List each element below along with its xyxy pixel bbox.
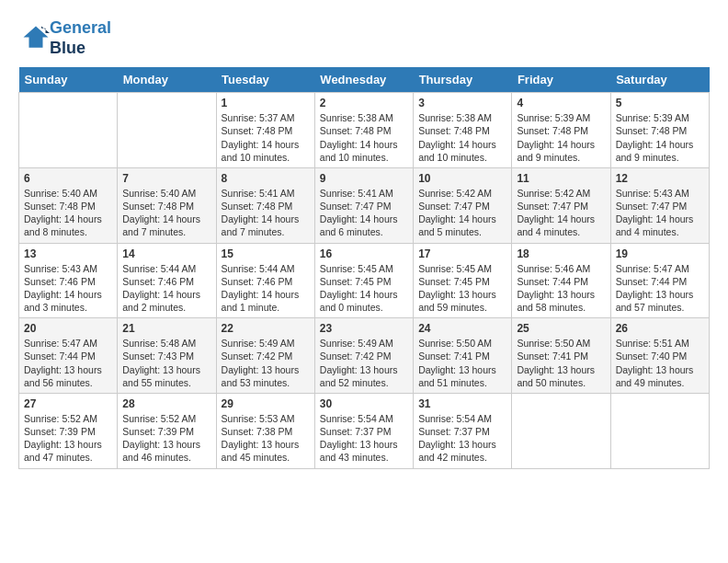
header-row: SundayMondayTuesdayWednesdayThursdayFrid… xyxy=(19,67,710,93)
day-info-line: Sunset: 7:37 PM xyxy=(320,425,408,438)
calendar-cell: 20Sunrise: 5:47 AMSunset: 7:44 PMDayligh… xyxy=(19,318,118,394)
day-info-line: and 47 minutes. xyxy=(24,451,112,464)
day-info-line: and 8 minutes. xyxy=(24,225,112,238)
day-number: 19 xyxy=(616,247,704,260)
weekday-header-saturday: Saturday xyxy=(610,67,709,93)
day-info-line: Sunset: 7:40 PM xyxy=(616,350,704,362)
day-info-line: Sunrise: 5:40 AM xyxy=(24,187,112,200)
day-info-line: Sunset: 7:48 PM xyxy=(122,200,210,213)
calendar-cell: 10Sunrise: 5:42 AMSunset: 7:47 PMDayligh… xyxy=(414,167,512,243)
day-info-line: Sunrise: 5:54 AM xyxy=(320,412,408,425)
day-number: 18 xyxy=(517,247,605,260)
day-info-line: Sunset: 7:48 PM xyxy=(222,200,310,213)
day-info-line: Daylight: 13 hours xyxy=(122,438,210,451)
day-info-line: Sunrise: 5:51 AM xyxy=(616,337,704,350)
day-info-line: Sunrise: 5:39 AM xyxy=(616,111,704,124)
svg-marker-0 xyxy=(24,26,49,47)
day-info-line: Sunrise: 5:52 AM xyxy=(24,412,112,425)
day-info-line: Sunrise: 5:41 AM xyxy=(320,187,408,200)
day-number: 27 xyxy=(24,397,112,410)
day-info-line: Daylight: 13 hours xyxy=(517,288,605,301)
day-info-line: Sunset: 7:41 PM xyxy=(517,350,605,362)
day-info-line: Sunset: 7:39 PM xyxy=(24,425,112,438)
day-info-line: and 49 minutes. xyxy=(616,376,704,389)
day-info-line: Sunset: 7:47 PM xyxy=(320,200,408,213)
day-info-line: Daylight: 14 hours xyxy=(616,138,704,151)
day-info-line: Sunrise: 5:49 AM xyxy=(320,337,408,350)
day-info-line: Sunset: 7:37 PM xyxy=(418,425,506,438)
day-info-line: Sunrise: 5:43 AM xyxy=(616,187,704,200)
day-info-line: and 7 minutes. xyxy=(122,225,210,238)
day-number: 3 xyxy=(418,97,506,109)
day-info-line: Daylight: 13 hours xyxy=(320,438,408,451)
calendar-cell: 6Sunrise: 5:40 AMSunset: 7:48 PMDaylight… xyxy=(19,167,118,243)
calendar-cell: 26Sunrise: 5:51 AMSunset: 7:40 PMDayligh… xyxy=(610,318,709,394)
calendar-table: SundayMondayTuesdayWednesdayThursdayFrid… xyxy=(18,67,710,468)
day-info-line: Daylight: 13 hours xyxy=(418,288,506,301)
day-info-line: Daylight: 13 hours xyxy=(222,438,310,451)
day-number: 31 xyxy=(418,397,506,410)
day-info-line: Daylight: 14 hours xyxy=(122,288,210,301)
day-number: 11 xyxy=(517,172,605,185)
day-info-line: and 55 minutes. xyxy=(122,376,210,389)
day-info-line: and 58 minutes. xyxy=(517,301,605,314)
calendar-cell: 12Sunrise: 5:43 AMSunset: 7:47 PMDayligh… xyxy=(610,167,709,243)
calendar-cell xyxy=(19,93,118,168)
day-info-line: Sunrise: 5:44 AM xyxy=(222,262,310,275)
day-info-line: Daylight: 13 hours xyxy=(222,363,310,376)
day-info-line: Sunset: 7:44 PM xyxy=(517,275,605,288)
day-info-line: and 53 minutes. xyxy=(222,376,310,389)
day-info-line: and 9 minutes. xyxy=(517,151,605,164)
day-number: 17 xyxy=(418,247,506,260)
day-info-line: Daylight: 13 hours xyxy=(24,438,112,451)
day-info-line: Sunset: 7:48 PM xyxy=(517,124,605,137)
day-info-line: and 10 minutes. xyxy=(222,151,310,164)
day-number: 26 xyxy=(616,322,704,335)
day-number: 8 xyxy=(222,172,310,185)
day-info-line: Sunset: 7:42 PM xyxy=(320,350,408,362)
day-info-line: Daylight: 14 hours xyxy=(24,288,112,301)
calendar-cell: 7Sunrise: 5:40 AMSunset: 7:48 PMDaylight… xyxy=(118,167,216,243)
day-info-line: Sunrise: 5:50 AM xyxy=(517,337,605,350)
day-info-line: Sunrise: 5:38 AM xyxy=(320,111,408,124)
calendar-cell: 9Sunrise: 5:41 AMSunset: 7:47 PMDaylight… xyxy=(314,167,413,243)
day-number: 30 xyxy=(320,397,408,410)
day-info-line: Daylight: 14 hours xyxy=(320,213,408,225)
day-info-line: and 42 minutes. xyxy=(418,451,506,464)
calendar-cell: 17Sunrise: 5:45 AMSunset: 7:45 PMDayligh… xyxy=(414,243,512,318)
day-info-line: Sunset: 7:46 PM xyxy=(24,275,112,288)
calendar-week-2: 6Sunrise: 5:40 AMSunset: 7:48 PMDaylight… xyxy=(19,167,710,243)
day-info-line: and 10 minutes. xyxy=(320,151,408,164)
day-info-line: Daylight: 14 hours xyxy=(517,213,605,225)
day-info-line: Daylight: 14 hours xyxy=(222,288,310,301)
day-number: 2 xyxy=(320,97,408,109)
day-info-line: and 50 minutes. xyxy=(517,376,605,389)
calendar-cell: 8Sunrise: 5:41 AMSunset: 7:48 PMDaylight… xyxy=(216,167,314,243)
day-info-line: Sunset: 7:48 PM xyxy=(418,124,506,137)
day-info-line: Sunset: 7:42 PM xyxy=(222,350,310,362)
day-info-line: Sunset: 7:41 PM xyxy=(418,350,506,362)
weekday-header-wednesday: Wednesday xyxy=(314,67,413,93)
day-info-line: Daylight: 13 hours xyxy=(616,288,704,301)
calendar-cell: 11Sunrise: 5:42 AMSunset: 7:47 PMDayligh… xyxy=(512,167,610,243)
day-info-line: Sunset: 7:47 PM xyxy=(517,200,605,213)
calendar-cell xyxy=(610,393,709,468)
day-info-line: Daylight: 14 hours xyxy=(418,138,506,151)
day-info-line: Daylight: 14 hours xyxy=(222,138,310,151)
day-number: 6 xyxy=(24,172,112,185)
calendar-week-1: 1Sunrise: 5:37 AMSunset: 7:48 PMDaylight… xyxy=(19,93,710,168)
day-info-line: Sunset: 7:45 PM xyxy=(320,275,408,288)
day-info-line: Sunset: 7:47 PM xyxy=(418,200,506,213)
day-info-line: Daylight: 14 hours xyxy=(320,288,408,301)
day-info-line: Sunset: 7:45 PM xyxy=(418,275,506,288)
day-info-line: and 7 minutes. xyxy=(222,225,310,238)
day-info-line: Daylight: 13 hours xyxy=(418,438,506,451)
day-info-line: Daylight: 13 hours xyxy=(320,363,408,376)
day-info-line: and 46 minutes. xyxy=(122,451,210,464)
day-info-line: Sunrise: 5:42 AM xyxy=(517,187,605,200)
day-info-line: and 9 minutes. xyxy=(616,151,704,164)
weekday-header-thursday: Thursday xyxy=(414,67,512,93)
day-info-line: and 45 minutes. xyxy=(222,451,310,464)
calendar-week-3: 13Sunrise: 5:43 AMSunset: 7:46 PMDayligh… xyxy=(19,243,710,318)
day-number: 23 xyxy=(320,322,408,335)
